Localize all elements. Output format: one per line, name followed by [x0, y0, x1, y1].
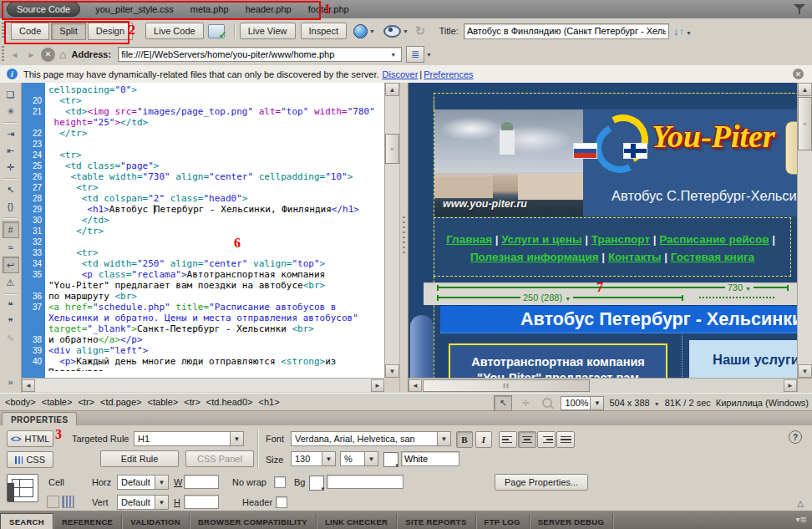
cell-width-input[interactable]	[184, 475, 219, 489]
size-unit-select[interactable]: %▼	[340, 451, 378, 466]
design-nav-link[interactable]: Расписание рейсов	[659, 233, 769, 246]
tag-selector-item[interactable]: <table>	[42, 397, 73, 407]
zoom-tool-icon[interactable]	[539, 396, 556, 410]
close-info-bar-icon[interactable]: ✕	[793, 69, 804, 79]
view-options-icon[interactable]: ≣	[406, 46, 424, 63]
collapse-panel-icon[interactable]: △	[797, 499, 804, 508]
code-line[interactable]: 26 <table width="730" align="center" cel…	[22, 171, 375, 182]
panel-menu-icon[interactable]: ▾≣	[796, 515, 807, 524]
related-file-tab[interactable]: footer.php	[308, 4, 349, 14]
results-tab-ftp-log[interactable]: FTP LOG	[476, 514, 530, 529]
design-nav-link[interactable]: Транспорт	[591, 233, 650, 246]
code-line[interactable]: 37<a href="schedule.php" title="Расписан…	[22, 302, 375, 313]
targeted-rule-select[interactable]: H1▼	[134, 431, 244, 446]
design-promo-cell[interactable]: Автотранспортная компания "You-Piter" пр…	[449, 343, 667, 378]
related-file-tab[interactable]: you_piter_style.css	[95, 4, 174, 14]
code-navigator-icon[interactable]: ✳	[3, 104, 18, 119]
html-mode-button[interactable]: <>HTML	[7, 430, 53, 447]
text-color-swatch[interactable]	[383, 452, 398, 467]
code-line[interactable]: 31 </tr>	[22, 226, 375, 237]
table-width-helper-bar[interactable]: 730 ▼ 250 (288) ▼	[424, 282, 797, 305]
design-view-pane[interactable]: You-Piter Автобус С.Петербург-Хельсинки …	[409, 83, 797, 378]
css-mode-button[interactable]: CSS	[7, 451, 53, 468]
design-nav-link[interactable]: Полезная информация	[470, 251, 599, 263]
page-properties-button[interactable]: Page Properties...	[495, 474, 588, 491]
align-left-button[interactable]	[499, 431, 517, 448]
code-line[interactable]: cellspacing="0">	[22, 84, 375, 95]
code-line[interactable]: 35 <p class="reclama">Автотранспортная к…	[22, 269, 375, 280]
tag-selector-item[interactable]: <td.head0>	[206, 397, 253, 407]
syntax-error-alerts-icon[interactable]: ⚠	[3, 275, 18, 290]
related-file-tab[interactable]: header.php	[246, 4, 292, 14]
tag-selector-item[interactable]: <tr>	[78, 397, 94, 407]
highlight-invalid-code-icon[interactable]: ≈	[3, 240, 18, 255]
stop-icon[interactable]: ✕	[41, 48, 55, 62]
results-tab-link-checker[interactable]: LINK CHECKER	[317, 514, 397, 529]
code-line[interactable]: 29 <h1>Автобус Петербург - Хельсинки, Фи…	[22, 204, 375, 215]
code-line[interactable]: target="_blank">Санкт-Петербург - Хельси…	[22, 323, 375, 334]
back-icon[interactable]: ◄	[8, 48, 22, 62]
preferences-link[interactable]: Preferences	[424, 69, 473, 79]
code-content[interactable]: cellspacing="0">20 <tr>21 <td><img src="…	[22, 84, 375, 371]
collapse-full-tag-icon[interactable]: ⇥	[3, 126, 18, 141]
merge-cells-icon[interactable]	[47, 496, 59, 508]
code-line[interactable]: Хельсинки и обратно. Цены и места отправ…	[22, 313, 375, 323]
table-width-label-730[interactable]: 730 ▼	[725, 282, 754, 292]
tag-selector-item[interactable]: <table>	[148, 397, 179, 407]
code-line[interactable]: 40 <p>Каждый день многие люди отправляют…	[22, 356, 375, 367]
preview-in-browser-icon[interactable]	[353, 24, 368, 38]
code-line[interactable]: 22 </tr>	[22, 128, 375, 139]
no-wrap-checkbox[interactable]	[274, 476, 286, 488]
remove-comment-icon[interactable]: ❞	[3, 314, 18, 329]
code-line[interactable]: 32	[22, 237, 375, 247]
code-line[interactable]: 33 <tr>	[22, 247, 375, 258]
code-line[interactable]: 25 <td class="page">	[22, 160, 375, 171]
design-vertical-scrollbar[interactable]: ▲ ≡ ▼	[797, 83, 812, 378]
forward-icon[interactable]: ►	[24, 48, 38, 62]
code-line[interactable]: 38и обратно</a></p>	[22, 334, 375, 345]
code-line[interactable]: 23	[22, 139, 375, 150]
code-line[interactable]: 36по маршруту <br>	[22, 291, 375, 302]
tag-selector-item[interactable]: <td.page>	[100, 397, 142, 407]
code-line[interactable]: 27 <tr>	[22, 182, 375, 193]
design-nav-link[interactable]: Контакты	[608, 251, 662, 263]
align-right-button[interactable]	[537, 431, 556, 448]
code-line[interactable]: 20 <tr>	[22, 95, 375, 106]
align-center-button[interactable]	[518, 431, 536, 448]
size-select[interactable]: 130▼	[291, 451, 336, 466]
cell-height-input[interactable]	[184, 495, 219, 509]
header-checkbox[interactable]	[276, 496, 287, 508]
css-panel-button[interactable]: CSS Panel	[185, 450, 254, 467]
justify-button[interactable]	[556, 431, 575, 448]
code-line[interactable]: 21 <td><img src="images/page_top.png" al…	[22, 106, 375, 117]
code-view-pane[interactable]: cellspacing="0">20 <tr>21 <td><img src="…	[22, 83, 384, 378]
design-nav-link[interactable]: Гостевая книга	[671, 251, 754, 263]
code-line[interactable]: 28 <td colspan="2" class="head0">	[22, 193, 375, 204]
live-view-button[interactable]: Live View	[240, 23, 296, 39]
address-dropdown-icon[interactable]: ▼	[390, 52, 396, 58]
split-view-button[interactable]: Split	[51, 23, 85, 40]
more-tools-icon[interactable]: »	[3, 374, 18, 389]
column-width-label-250[interactable]: 250 (288) ▼	[520, 292, 573, 303]
apply-comment-icon[interactable]: ❝	[3, 298, 18, 313]
expand-all-icon[interactable]: ✛	[3, 160, 18, 175]
filter-related-files-icon[interactable]	[794, 3, 805, 15]
design-view-button[interactable]: Design	[88, 23, 133, 40]
bg-color-input[interactable]	[327, 475, 403, 489]
line-numbers-icon[interactable]: #	[3, 221, 19, 238]
magnification-select[interactable]: 100%▼	[561, 396, 604, 410]
code-line[interactable]: 39<div align="left">	[22, 345, 375, 356]
italic-button[interactable]: I	[475, 431, 492, 448]
bg-color-swatch[interactable]	[309, 476, 324, 491]
results-tab-browser-compatibility[interactable]: BROWSER COMPATIBILITY	[190, 514, 317, 529]
split-cell-icon[interactable]	[62, 496, 74, 508]
address-input[interactable]	[118, 47, 402, 62]
file-management-icon[interactable]: ↓↑▼	[673, 25, 692, 38]
code-line[interactable]: 34 <td width="250" align="center" valign…	[22, 258, 375, 269]
code-horizontal-scrollbar[interactable]: ◄ ►	[22, 378, 384, 392]
collapse-selection-icon[interactable]: ⇤	[3, 143, 18, 158]
results-tab-server-debug[interactable]: SERVER DEBUG	[530, 514, 613, 529]
balance-braces-icon[interactable]: {}	[3, 199, 18, 214]
edit-rule-button[interactable]: Edit Rule	[100, 450, 179, 467]
design-horizontal-scrollbar[interactable]: ◄ ⦀⦀ ►	[409, 378, 797, 392]
